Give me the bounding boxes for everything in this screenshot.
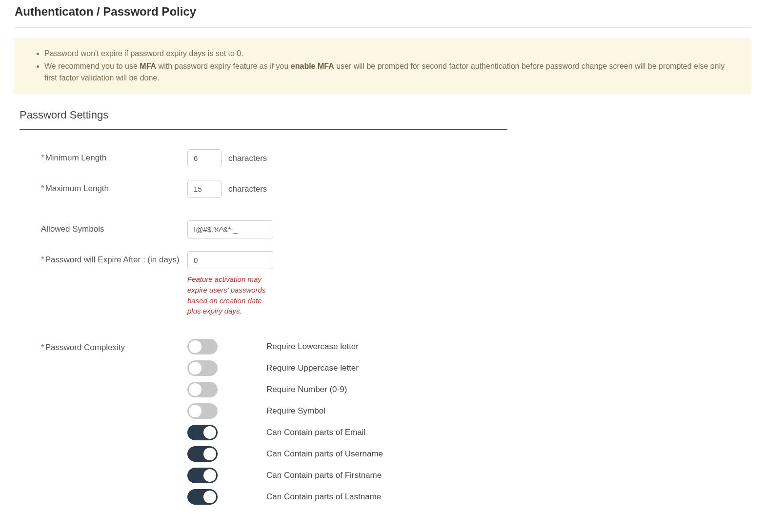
toggle-contain-email[interactable] — [187, 425, 218, 440]
row-complexity: *Password Complexity Require Lowercase l… — [20, 339, 507, 511]
label-text: Password will Expire After : (in days) — [45, 255, 180, 264]
required-marker: * — [41, 153, 44, 162]
toggle-knob — [189, 405, 202, 417]
toggle-require-lowercase[interactable] — [187, 339, 218, 355]
toggle-label: Can Contain parts of Firstname — [266, 471, 382, 480]
page-title: Authenticaton / Password Policy — [15, 5, 751, 28]
toggle-row: Require Lowercase letter — [187, 339, 383, 355]
toggle-knob — [203, 426, 216, 439]
info-alert: Password won't expire if password expiry… — [15, 39, 751, 94]
toggle-label: Require Lowercase letter — [266, 342, 359, 352]
section-title: Password Settings — [20, 109, 507, 130]
required-marker: * — [41, 184, 44, 193]
alert-item: We recommend you to use MFA with passwor… — [44, 60, 739, 84]
toggle-contain-lastname[interactable] — [187, 489, 218, 505]
suffix-text: characters — [228, 184, 267, 194]
input-min-length[interactable] — [187, 149, 222, 167]
toggle-label: Can Contain parts of Lastname — [266, 492, 381, 502]
input-expire-after[interactable] — [187, 251, 273, 269]
toggle-contain-firstname[interactable] — [187, 468, 218, 483]
toggle-label: Can Contain parts of Email — [266, 428, 365, 437]
input-allowed-symbols[interactable] — [187, 220, 273, 238]
label-expire-after: *Password will Expire After : (in days) — [41, 251, 187, 265]
alert-text: We recommend you to use — [44, 62, 140, 70]
label-text: Maximum Length — [45, 184, 109, 193]
toggle-row: Require Symbol — [187, 403, 383, 419]
toggle-row: Require Uppercase letter — [187, 360, 383, 376]
input-max-length[interactable] — [187, 180, 222, 198]
toggle-knob — [189, 340, 202, 353]
required-marker: * — [41, 343, 44, 352]
label-max-length: *Maximum Length — [41, 180, 187, 194]
toggle-require-number[interactable] — [187, 382, 218, 397]
required-marker: * — [41, 255, 44, 264]
alert-text: with password expiry feature as if you — [156, 62, 291, 70]
label-min-length: *Minimum Length — [41, 149, 187, 163]
alert-item: Password won't expire if password expiry… — [44, 48, 739, 59]
toggle-knob — [203, 448, 216, 460]
suffix-text: characters — [228, 154, 267, 163]
expire-note: Feature activation may expire users' pas… — [187, 274, 275, 316]
toggle-knob — [189, 362, 202, 374]
label-text: Password Complexity — [45, 343, 125, 352]
toggle-label: Require Number (0-9) — [266, 385, 347, 394]
row-max-length: *Maximum Length characters — [20, 180, 507, 198]
row-min-length: *Minimum Length characters — [20, 149, 507, 167]
toggle-row: Require Number (0-9) — [187, 382, 383, 397]
label-text: Allowed Symbols — [41, 224, 104, 234]
row-allowed-symbols: Allowed Symbols — [20, 220, 507, 238]
alert-bold: MFA — [140, 62, 156, 70]
toggle-row: Can Contain parts of Firstname — [187, 468, 383, 483]
label-complexity: *Password Complexity — [41, 339, 187, 353]
toggle-row: Can Contain parts of Username — [187, 446, 383, 462]
toggle-knob — [203, 491, 216, 503]
row-expire-after: *Password will Expire After : (in days) … — [20, 251, 507, 316]
label-text: Minimum Length — [45, 153, 107, 162]
label-allowed-symbols: Allowed Symbols — [41, 220, 187, 234]
toggle-label: Can Contain parts of Username — [266, 449, 383, 459]
toggle-knob — [203, 469, 216, 482]
toggle-knob — [189, 383, 202, 396]
alert-bold: enable MFA — [291, 62, 334, 70]
toggle-row: Can Contain parts of Email — [187, 425, 383, 440]
toggle-label: Require Symbol — [266, 406, 325, 416]
toggle-row: Can Contain parts of Lastname — [187, 489, 383, 505]
toggle-label: Require Uppercase letter — [266, 363, 359, 373]
toggle-contain-username[interactable] — [187, 446, 218, 462]
toggle-require-symbol[interactable] — [187, 403, 218, 419]
toggle-require-uppercase[interactable] — [187, 360, 218, 376]
